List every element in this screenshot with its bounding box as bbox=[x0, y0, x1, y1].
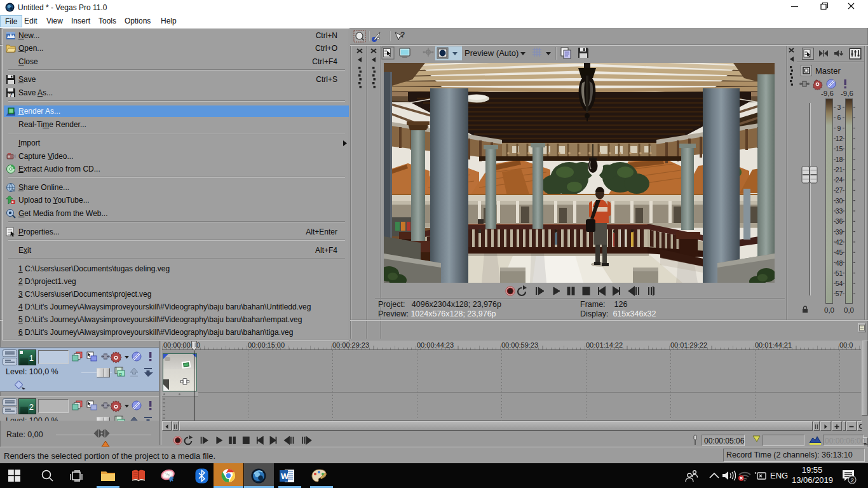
svg-text:36: 36 bbox=[836, 217, 843, 225]
svg-text:33: 33 bbox=[836, 207, 843, 215]
svg-text:12: 12 bbox=[836, 135, 843, 142]
svg-text:54: 54 bbox=[836, 280, 843, 287]
svg-text:15: 15 bbox=[836, 145, 843, 152]
svg-text:24: 24 bbox=[836, 176, 843, 184]
svg-text:9: 9 bbox=[837, 125, 841, 132]
svg-text:57: 57 bbox=[836, 290, 843, 297]
svg-text:?: ? bbox=[400, 30, 405, 39]
svg-text:0,0: 0,0 bbox=[844, 306, 854, 314]
svg-text:-9,6: -9,6 bbox=[821, 90, 834, 97]
svg-text:W: W bbox=[281, 471, 289, 481]
svg-text:α: α bbox=[119, 371, 122, 377]
svg-text:-9,6: -9,6 bbox=[841, 90, 853, 97]
svg-text:Preview (Auto): Preview (Auto) bbox=[465, 48, 519, 58]
svg-text:39: 39 bbox=[836, 228, 843, 236]
svg-text:48: 48 bbox=[836, 259, 843, 267]
svg-text:51: 51 bbox=[836, 269, 843, 277]
svg-text:3: 3 bbox=[837, 104, 841, 111]
svg-text:27: 27 bbox=[836, 186, 843, 194]
svg-text:21: 21 bbox=[836, 166, 843, 173]
svg-text:0,0: 0,0 bbox=[824, 306, 834, 314]
svg-text:18: 18 bbox=[836, 156, 843, 163]
svg-text:6: 6 bbox=[837, 114, 841, 121]
svg-text:2: 2 bbox=[851, 477, 854, 484]
svg-text:?: ? bbox=[9, 92, 13, 98]
svg-text:45: 45 bbox=[836, 248, 843, 256]
svg-text:Master: Master bbox=[815, 66, 841, 76]
svg-text:30: 30 bbox=[836, 197, 843, 205]
svg-text:42: 42 bbox=[836, 238, 843, 246]
